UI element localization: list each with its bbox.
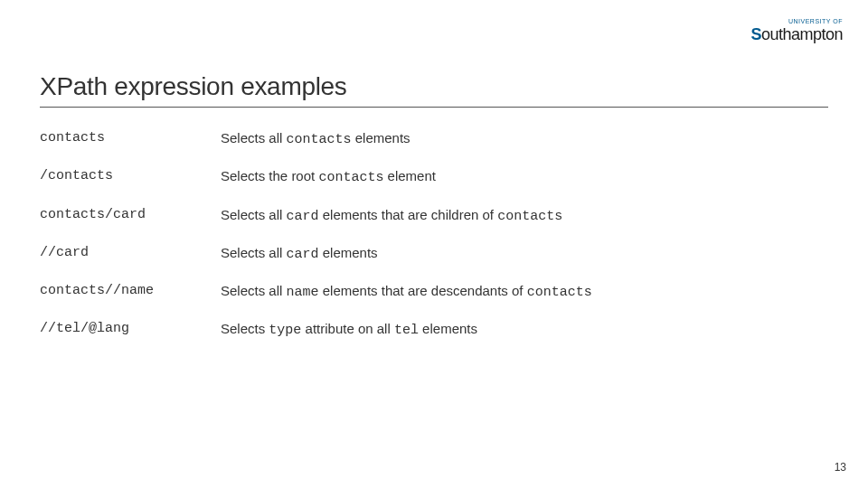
table-row: /contacts Selects the root contacts elem… [40, 162, 710, 200]
university-logo: UNIVERSITY OF Southampton [750, 18, 843, 42]
expr-cell: contacts [40, 124, 221, 162]
slide-title: XPath expression examples [40, 72, 828, 101]
desc-cell: Selects all contacts elements [221, 124, 710, 162]
desc-cell: Selects all name elements that are desce… [221, 277, 710, 314]
expr-cell: //tel/@lang [40, 314, 221, 352]
expr-cell: /contacts [40, 162, 221, 200]
expr-cell: contacts//name [40, 277, 221, 314]
desc-cell: Selects all card elements that are child… [221, 201, 710, 239]
expr-cell: contacts/card [40, 201, 221, 239]
table-row: contacts//name Selects all name elements… [40, 277, 710, 314]
expr-cell: //card [40, 239, 221, 277]
logo-rest: outhampton [761, 25, 843, 43]
page-number: 13 [835, 461, 846, 474]
logo-letter: S [750, 25, 761, 43]
logo-top-text: UNIVERSITY OF [750, 18, 843, 24]
desc-cell: Selects the root contacts element [221, 162, 710, 200]
table-row: //card Selects all card elements [40, 239, 710, 277]
logo-main-text: Southampton [750, 26, 843, 42]
table-row: contacts Selects all contacts elements [40, 124, 710, 162]
desc-cell: Selects all card elements [221, 239, 710, 277]
desc-cell: Selects type attribute on all tel elemen… [221, 314, 710, 352]
table-row: //tel/@lang Selects type attribute on al… [40, 314, 710, 352]
title-rule [40, 107, 828, 108]
table-row: contacts/card Selects all card elements … [40, 201, 710, 239]
slide-content: XPath expression examples contacts Selec… [40, 72, 828, 353]
examples-table: contacts Selects all contacts elements /… [40, 124, 710, 353]
